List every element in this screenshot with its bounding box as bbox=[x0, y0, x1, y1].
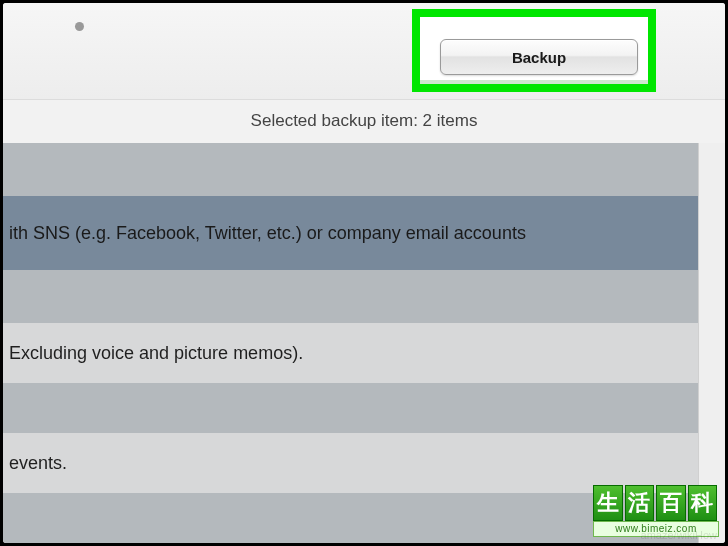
watermark-char: 生 bbox=[593, 485, 623, 521]
list-section-header bbox=[3, 143, 705, 196]
row-text: Excluding voice and picture memos). bbox=[9, 343, 303, 364]
row-text: ith SNS (e.g. Facebook, Twitter, etc.) o… bbox=[9, 223, 526, 244]
list-item[interactable]: ith SNS (e.g. Facebook, Twitter, etc.) o… bbox=[3, 196, 705, 270]
backup-items-list: ith SNS (e.g. Facebook, Twitter, etc.) o… bbox=[3, 143, 705, 543]
watermark-char: 百 bbox=[656, 485, 686, 521]
watermark-char: 科 bbox=[688, 485, 718, 521]
list-item[interactable]: Excluding voice and picture memos). bbox=[3, 323, 705, 383]
window-control-dot bbox=[75, 22, 84, 31]
backup-button[interactable]: Backup bbox=[440, 39, 638, 75]
app-frame: Backup Selected backup item: 2 items ith… bbox=[3, 3, 725, 543]
row-text: events. bbox=[9, 453, 67, 474]
image-attribution: amaze/wikiHow bbox=[641, 529, 717, 541]
watermark-char: 活 bbox=[625, 485, 655, 521]
scrollbar-track[interactable] bbox=[698, 143, 725, 543]
selected-items-summary: Selected backup item: 2 items bbox=[3, 111, 725, 131]
list-item[interactable]: events. bbox=[3, 433, 705, 493]
list-section-header bbox=[3, 270, 705, 323]
list-section-header bbox=[3, 383, 705, 433]
